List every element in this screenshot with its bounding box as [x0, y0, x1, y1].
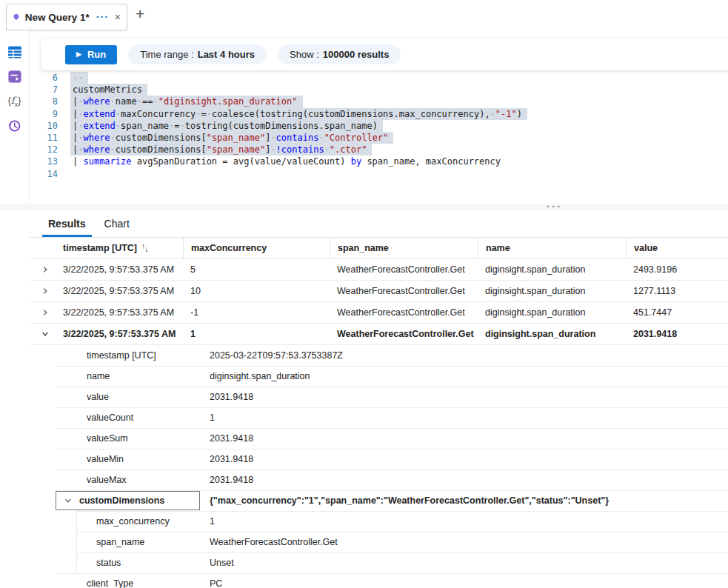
code-lines: 6··7customMetrics8|·where·name·==·"digin…: [30, 72, 728, 180]
query-toolbar: ▶ Run Time range : Last 4 hours Show : 1…: [41, 39, 728, 70]
panel-splitter[interactable]: ···: [0, 204, 728, 210]
row-detail-panel: timestamp [UTC] 2025-03-22T09:57:53.3753…: [30, 345, 728, 588]
chevron-down-icon[interactable]: [41, 330, 63, 338]
play-icon: ▶: [76, 51, 81, 58]
splitter-handle-icon[interactable]: ···: [547, 200, 562, 213]
table-row[interactable]: 3/22/2025, 9:57:53.375 AM 10 WeatherFore…: [30, 281, 728, 302]
query-editor[interactable]: 6··7customMetrics8|·where·name·==·"digin…: [30, 70, 728, 203]
cell-name: diginsight.span_duration: [478, 329, 626, 339]
detail-value: 2025-03-22T09:57:53.3753387Z: [210, 350, 343, 361]
code-line[interactable]: 10|·extend·span_name·=·tostring(customDi…: [30, 120, 728, 132]
table-row-expanded[interactable]: 3/22/2025, 9:57:53.375 AM 1 WeatherForec…: [30, 324, 728, 345]
detail-key: timestamp [UTC]: [87, 350, 156, 361]
cell-value: 2031.9418: [626, 329, 728, 339]
code-line[interactable]: 13| summarize avgSpanDuration = avg(valu…: [30, 156, 728, 167]
show-label: Show :: [290, 49, 319, 60]
table-row[interactable]: 3/22/2025, 9:57:53.375 AM -1 WeatherFore…: [30, 302, 728, 324]
code-line[interactable]: 9|·extend·maxConcurrency·=·coalesce(tost…: [30, 108, 728, 120]
tab-chart[interactable]: Chart: [98, 214, 136, 237]
detail-key: client_Type: [87, 578, 133, 588]
detail-value: PC: [210, 578, 222, 588]
app-root: New Query 1* ··· × + {fx}: [0, 0, 728, 588]
table-row[interactable]: 3/22/2025, 9:57:53.375 AM 5 WeatherForec…: [30, 259, 728, 281]
time-range-value: Last 4 hours: [198, 49, 255, 60]
tab-more-menu-icon[interactable]: ···: [96, 13, 109, 21]
detail-key: span_name: [96, 537, 144, 547]
chevron-down-icon[interactable]: [64, 496, 73, 505]
time-range-label: Time range :: [140, 49, 194, 60]
detail-value: 1: [210, 516, 215, 527]
cell-timestamp: 3/22/2025, 9:57:53.375 AM: [63, 329, 183, 339]
code-line[interactable]: 7customMetrics: [30, 84, 728, 96]
time-range-picker[interactable]: Time range : Last 4 hours: [128, 44, 267, 64]
detail-subrow: status Unset: [30, 552, 728, 573]
detail-key: valueCount: [87, 412, 133, 423]
detail-subrow: max_concurrency 1: [30, 511, 728, 532]
cell-timestamp: 3/22/2025, 9:57:53.375 AM: [63, 307, 183, 318]
detail-key: name: [87, 371, 110, 381]
cell-span-name: WeatherForecastController.Get: [330, 286, 478, 296]
header-span-name[interactable]: span_name: [330, 238, 478, 258]
code-line[interactable]: 14: [30, 168, 728, 180]
custom-dimensions-row[interactable]: customDimensions {"max_concurrency":"1",…: [30, 490, 728, 511]
new-tab-button[interactable]: +: [136, 5, 144, 23]
detail-row: valueSum 2031.9418: [30, 428, 728, 449]
detail-value: 1: [210, 412, 215, 423]
tab-new-query[interactable]: New Query 1* ··· ×: [6, 4, 127, 30]
detail-key: valueMax: [87, 475, 127, 485]
code-line[interactable]: 8|·where·name·==·"diginsight.span_durati…: [30, 96, 728, 107]
cell-maxconcurrency: -1: [183, 307, 330, 318]
custom-dimensions-cell[interactable]: customDimensions: [56, 491, 200, 510]
detail-value: 2031.9418: [210, 475, 253, 485]
saved-queries-icon[interactable]: [7, 69, 23, 84]
code-line[interactable]: 11|·where·customDimensions["span_name"]·…: [30, 132, 728, 144]
sort-icons[interactable]: ↑↓: [141, 244, 149, 253]
detail-row: valueMin 2031.9418: [30, 449, 728, 470]
chevron-right-icon[interactable]: [41, 265, 63, 274]
functions-icon[interactable]: {fx}: [7, 93, 23, 109]
detail-row: timestamp [UTC] 2025-03-22T09:57:53.3753…: [30, 345, 728, 366]
cell-value: 451.7447: [626, 307, 728, 318]
cell-maxconcurrency: 5: [183, 264, 330, 275]
detail-row: valueMax 2031.9418: [30, 470, 728, 490]
cell-span-name: WeatherForecastController.Get: [330, 307, 478, 318]
show-value: 100000 results: [323, 49, 390, 60]
header-name[interactable]: name: [478, 238, 626, 258]
grid-header: timestamp [UTC] ↑↓ maxConcurrency span_n…: [30, 237, 728, 259]
query-history-icon[interactable]: [7, 118, 23, 133]
detail-value: 2031.9418: [210, 454, 253, 464]
header-expander-col: [30, 238, 63, 258]
cell-value: 2493.9196: [626, 264, 728, 275]
results-tab-strip: Results Chart: [30, 213, 728, 237]
header-value[interactable]: value: [626, 238, 728, 258]
detail-key: customDimensions: [79, 495, 164, 506]
chevron-right-icon[interactable]: [41, 308, 63, 317]
detail-value: 2031.9418: [210, 433, 253, 444]
detail-row: value 2031.9418: [30, 387, 728, 407]
header-timestamp[interactable]: timestamp [UTC] ↑↓: [63, 238, 183, 258]
tables-icon[interactable]: [7, 44, 23, 60]
tab-title: New Query 1*: [25, 12, 90, 23]
tab-results[interactable]: Results: [42, 214, 92, 237]
detail-key: valueMin: [87, 454, 124, 464]
code-line[interactable]: 12|·where·customDimensions["span_name"]·…: [30, 144, 728, 156]
detail-value: Unset: [210, 558, 234, 568]
detail-key: max_concurrency: [96, 516, 170, 527]
cell-maxconcurrency: 1: [183, 329, 330, 339]
cell-span-name: WeatherForecastController.Get: [330, 329, 478, 339]
cell-value: 1277.1113: [626, 286, 728, 296]
cell-name: diginsight.span_duration: [478, 264, 626, 275]
tab-close-icon[interactable]: ×: [115, 11, 121, 23]
kql-query-icon: [13, 11, 20, 23]
code-line[interactable]: 6··: [30, 72, 728, 84]
show-results-picker[interactable]: Show : 100000 results: [278, 44, 401, 64]
header-maxconcurrency[interactable]: maxConcurrency: [183, 238, 330, 258]
detail-row: valueCount 1: [30, 407, 728, 428]
chevron-right-icon[interactable]: [41, 287, 63, 295]
run-button[interactable]: ▶ Run: [65, 45, 117, 64]
cell-maxconcurrency: 10: [183, 286, 330, 296]
detail-value: {"max_concurrency":"1","span_name":"Weat…: [210, 495, 609, 506]
detail-key: valueSum: [87, 433, 128, 444]
cell-timestamp: 3/22/2025, 9:57:53.375 AM: [63, 286, 183, 296]
left-sidebar: {fx}: [0, 30, 30, 210]
